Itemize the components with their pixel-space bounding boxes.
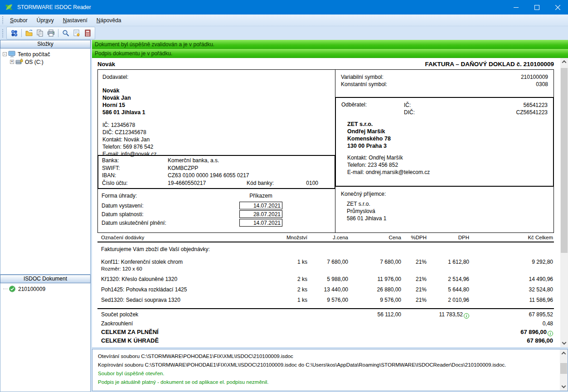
total-due-row: CELKEM K ÚHRADĚ 67 896,00 (97, 337, 554, 344)
tax-date-field: 14.07.2021 (239, 219, 282, 227)
payment-method-value: Příkazem (239, 193, 282, 199)
copy-icon[interactable] (34, 28, 45, 38)
invoice-title: FAKTURA – DAŇOVÝ DOKLAD č. 210100009 (425, 61, 554, 68)
window-controls (505, 0, 568, 15)
supplier-block: Dodavatel: Novák Novák Jan Horní 15 586 … (98, 70, 335, 155)
final-recipient-label: Konečný příjemce: (341, 190, 548, 198)
supplier-details: IČ: 12345678 DIČ: CZ12345678 Kontakt: No… (102, 121, 330, 158)
toolbar-grip[interactable] (1, 29, 4, 38)
tree-connector (3, 289, 8, 289)
drive-icon (15, 58, 23, 65)
calculator-icon[interactable] (82, 28, 93, 38)
toolbar-separator (58, 29, 58, 37)
collapse-expander-icon[interactable]: - (3, 52, 7, 56)
buyer-address: ZET s.r.o. Ondřej Maršík Komenského 78 1… (347, 121, 548, 150)
toolbar-separator (21, 29, 22, 37)
menubar-grip[interactable] (1, 16, 4, 24)
menu-upravy[interactable]: Úpravy (32, 16, 58, 25)
vat-info-icon[interactable]: i (464, 313, 469, 319)
minimize-button[interactable] (505, 0, 526, 15)
close-button[interactable] (547, 0, 568, 15)
maximize-button[interactable] (526, 0, 547, 15)
log-line: Otevírání souboru C:\STORMWARE\POHODAE1\… (98, 352, 554, 361)
due-date-field: 28.07.2021 (239, 210, 282, 218)
folders-panel-header: Složky (0, 40, 91, 48)
bank-code-label: Kód banky: (247, 179, 286, 187)
invoice-right-column: Variabilní symbol:210100009 Konstantní s… (335, 70, 554, 232)
total-for-supply-row: CELKEM ZA PLNĚNÍ 67 896,00i (97, 329, 554, 336)
scrollbar-thumb[interactable] (560, 363, 567, 374)
signature-valid-icon (9, 286, 16, 292)
buyer-ic-value: 56541223 (524, 102, 548, 109)
items-table: Označení dodávky Množství J.cena Cena %D… (97, 233, 554, 344)
scroll-down-icon[interactable] (560, 383, 568, 391)
issue-date-field: 14.07.2021 (239, 202, 282, 209)
final-recipient-block: Konečný příjemce: ZET s.r.o. Průmyslová … (335, 187, 553, 226)
document-scrollbar[interactable] (560, 58, 568, 347)
validation-status-line: Dokument byl úspěšně zvalidován a je v p… (92, 40, 568, 49)
invoice-upper-section: Dodavatel: Novák Novák Jan Horní 15 586 … (97, 69, 554, 233)
invoice-header: Novák FAKTURA – DAŇOVÝ DOKLAD č. 2101000… (97, 61, 554, 69)
log-line: Kopírování souboru C:\STORMWARE\POHODAE1… (98, 361, 554, 369)
log-scrollbar[interactable] (560, 349, 568, 391)
tree-item-isdoc-document[interactable]: 210100009 (1, 285, 89, 293)
isdoc-panel-header: ISDOC Dokument (0, 275, 91, 283)
isdoc-tree: 210100009 (0, 283, 91, 392)
menu-napoveda[interactable]: Nápověda (92, 16, 126, 25)
table-row: Poh1425: Pohovka rozkládací 1425 2 ks 13… (97, 286, 554, 293)
open-file-icon[interactable] (24, 28, 34, 38)
menu-nastaveni[interactable]: Nastavení (58, 16, 92, 25)
sidebar: Složky - Tento počítač + (0, 40, 91, 392)
bank-code-value: 0100 (286, 179, 318, 187)
items-table-header: Označení dodávky Množství J.cena Cena %D… (97, 233, 554, 242)
variable-symbol-value: 210100009 (521, 73, 548, 81)
total-info-icon[interactable]: i (548, 331, 553, 336)
expand-expander-icon[interactable]: + (10, 60, 14, 64)
scroll-down-icon[interactable] (560, 340, 568, 347)
tree-item-drive[interactable]: + OS (C:) (1, 58, 89, 66)
constant-symbol-value: 0308 (536, 81, 548, 88)
certificate-icon[interactable] (71, 28, 82, 38)
buyer-contact: Kontakt: Ondřej Maršík Telefon: 223 456 … (347, 154, 548, 176)
document-viewport: Novák FAKTURA – DAŇOVÝ DOKLAD č. 2101000… (92, 58, 568, 347)
symbols-block: Variabilní symbol:210100009 Konstantní s… (335, 70, 553, 97)
validate-icon[interactable] (9, 28, 19, 38)
app-logo-icon (5, 3, 14, 12)
supplier-label: Dodavatel: (102, 73, 330, 81)
table-row: Sed1320: Sedací souprava 1320 1 ks 9 576… (97, 297, 554, 304)
tree-item-label: OS (C:) (25, 59, 44, 65)
print-icon[interactable] (45, 28, 56, 38)
scroll-up-icon[interactable] (560, 58, 568, 65)
bank-details-box: Banka:Komerční banka, a.s. SWIFT:KOMBCZP… (97, 155, 335, 189)
signature-status-line: Podpis dokumentu je v pořádku. (92, 49, 568, 58)
tree-item-label: 210100009 (18, 286, 45, 292)
sum-row: Součet položek 56 112,00 11 783,52i 67 8… (97, 311, 554, 319)
menubar: Soubor Úpravy Nastavení Nápověda (0, 15, 568, 26)
tree-item-label: Tento počítač (18, 51, 50, 58)
supplier-address: Novák Novák Jan Horní 15 586 01 Jihlava … (102, 87, 330, 116)
scroll-up-icon[interactable] (560, 349, 568, 357)
table-row: Kř1320: Křeslo čalouněné 1320 2 ks 5 988… (97, 276, 554, 283)
invoice-left-column: Dodavatel: Novák Novák Jan Horní 15 586 … (97, 70, 335, 232)
log-line: Soubor byl úspěšně otevřen. (98, 369, 554, 378)
log-line: Podpis je aktuálně platný - dokument se … (98, 378, 554, 387)
log-messages: Otevírání souboru C:\STORMWARE\POHODAE1\… (92, 349, 560, 391)
toolbar-strip (6, 27, 95, 39)
totals-section: Součet položek 56 112,00 11 783,52i 67 8… (97, 308, 554, 344)
window-title: STORMWARE ISDOC Reader (17, 4, 91, 10)
scrollbar-thumb[interactable] (561, 68, 568, 253)
main-area: Dokument byl úspěšně zvalidován a je v p… (92, 40, 568, 392)
payment-block: Forma úhrady: Příkazem Datum vystavení: … (98, 189, 335, 232)
titlebar: STORMWARE ISDOC Reader (0, 0, 568, 15)
table-row: Konf11: Konferenční stolek chromRozměr: … (97, 259, 554, 272)
buyer-dic-value: CZ56541223 (516, 109, 548, 116)
tree-item-computer[interactable]: - Tento počítač (1, 50, 89, 58)
computer-icon (8, 51, 16, 58)
rounding-row: Zaokrouhlení 0,48 (97, 320, 554, 327)
supplier-name-heading: Novák (97, 61, 115, 68)
buyer-box: Odběratel: IČ:56541223 DIČ:CZ56541223 ZE… (335, 97, 554, 187)
folders-tree: - Tento počítač + (0, 48, 91, 275)
content-area: Složky - Tento počítač + (0, 40, 568, 392)
menu-soubor[interactable]: Soubor (5, 16, 32, 25)
search-icon[interactable] (60, 28, 71, 38)
